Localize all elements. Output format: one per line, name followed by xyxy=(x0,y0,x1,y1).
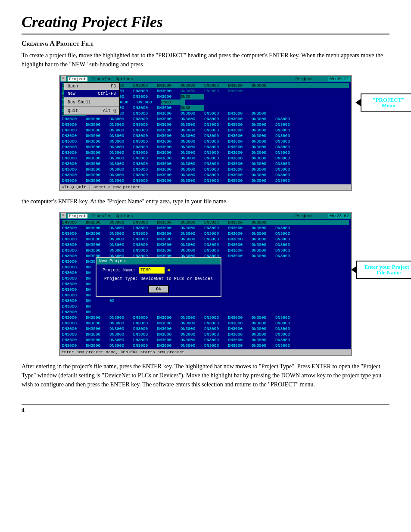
section-title: Creating A Project File xyxy=(22,40,389,47)
menu-transfer-2: Transfer xyxy=(92,214,112,218)
screen1-statusbar: Alt-Q Quit | Start a new project. xyxy=(60,184,351,190)
project-name-label: Project Name: xyxy=(103,268,136,273)
menu-transfer-1: Transfer xyxy=(92,77,112,81)
bottom-paragraph: After entering in the project's file nam… xyxy=(22,362,389,389)
project-label-2: Project: xyxy=(296,214,315,218)
screen2-statusbar: Enter new project name, <ENTER> starts n… xyxy=(60,349,351,355)
bottom-rule xyxy=(22,397,389,397)
screen2-body: DN3000 DN3000 DN3000 DN3000 DN3000 DN300… xyxy=(60,219,351,349)
screen1-body: DN DN3000 DN3000 DN3000 DN3000 DN3000 DN… xyxy=(60,82,351,184)
screen2-titlebar: ≡ Project Transfer Options Project: 08:2… xyxy=(60,213,351,219)
menu-open: OpenF3 xyxy=(64,83,119,90)
project-label-1: Project: xyxy=(296,77,315,81)
project-name-input[interactable]: TEMP xyxy=(139,267,165,274)
new-project-dialog: New Project Project Name: TEMP ◄ Project… xyxy=(96,257,221,297)
callout-2: Enter your Project's File Name xyxy=(356,261,411,279)
menu-new: NewCtrl-F3 xyxy=(64,90,119,97)
cursor-arrow: ◄ xyxy=(167,268,170,273)
dropdown-menu-1: OpenF3 NewCtrl-F3 Dos Shell QuitAlt-Q xyxy=(64,82,120,115)
callout-arrow-2 xyxy=(351,266,356,273)
callout-arrow-1 xyxy=(355,99,361,106)
between-screens-text: the computer's ENTER key. At the "Projec… xyxy=(22,197,389,206)
screen1-wrapper: ≡ Project Transfer Options Project: 09:0… xyxy=(59,75,352,191)
time-display-2: 08:23:02 xyxy=(328,214,350,218)
sys-icon-2: ≡ xyxy=(61,213,66,218)
dialog-ok-row: Ok xyxy=(103,285,215,293)
time-display-1: 09:05:21 xyxy=(328,77,350,81)
screen1-titlebar: ≡ Project Transfer Options Project: 09:0… xyxy=(60,76,351,82)
screen1: ≡ Project Transfer Options Project: 09:0… xyxy=(59,75,352,191)
dialog-title: New Project xyxy=(99,258,128,264)
menu-divider xyxy=(64,98,119,98)
project-name-field: Project Name: TEMP ◄ xyxy=(103,267,215,274)
menu-quit: QuitAlt-Q xyxy=(64,107,119,115)
screen2-wrapper: ≡ Project Transfer Options Project: 08:2… xyxy=(59,212,352,356)
menu-divider2 xyxy=(64,106,119,107)
dn-rows-2: DN3000 DN3000 DN3000 DN3000 DN3000 DN300… xyxy=(61,219,350,349)
ok-button[interactable]: Ok xyxy=(148,285,169,293)
menu-project-1: Project xyxy=(68,77,87,81)
page-number: 4 xyxy=(22,404,389,414)
screen2-dialog: New Project Project Name: TEMP ◄ Project… xyxy=(96,257,221,297)
screen1-dropdown: OpenF3 NewCtrl-F3 Dos Shell QuitAlt-Q xyxy=(64,82,120,115)
dn-rows-1: DN DN3000 DN3000 DN3000 DN3000 DN3000 DN… xyxy=(61,82,350,184)
menu-options-2: Options xyxy=(116,214,133,218)
callout-1: "PROJECT" Menu xyxy=(361,93,411,112)
menu-project-2: Project xyxy=(68,214,87,218)
dialog-titlebar: New Project xyxy=(97,258,221,264)
page-title: Creating Project Files xyxy=(22,13,389,34)
sys-icon-1: ≡ xyxy=(61,76,66,81)
screen2: ≡ Project Transfer Options Project: 08:2… xyxy=(59,212,352,356)
dialog-body: Project Name: TEMP ◄ Project Type: Devic… xyxy=(97,264,221,296)
intro-paragraph: To create a project file, move the highl… xyxy=(22,51,389,69)
project-type-row: Project Type: DeviceNet to PLCs or Devic… xyxy=(103,275,215,283)
menu-options-1: Options xyxy=(116,77,133,81)
menu-dos-shell: Dos Shell xyxy=(64,99,119,106)
